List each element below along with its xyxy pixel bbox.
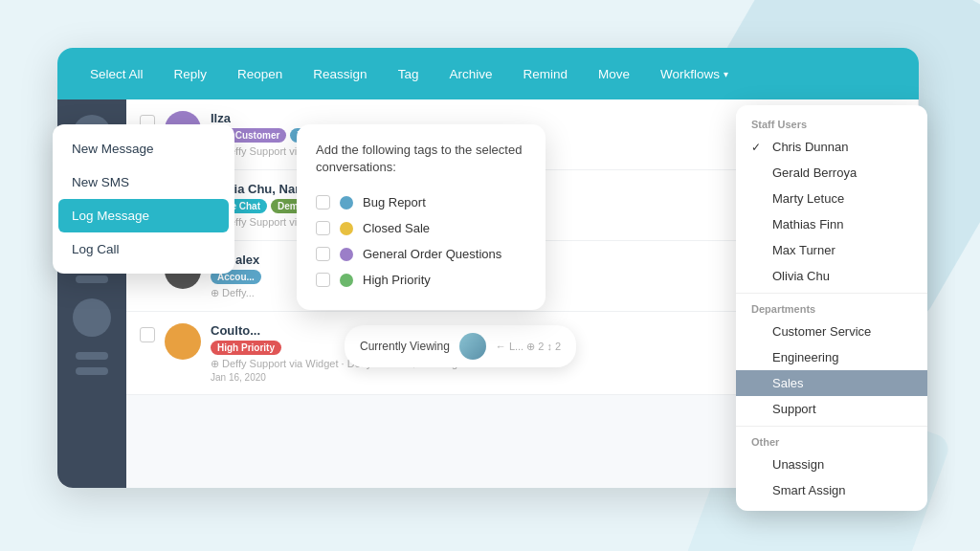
reassign-divider-2 [736,426,927,427]
engineering-label: Engineering [772,350,838,364]
currently-viewing-badge: Currently Viewing ← L... ⊕ 2 ↕ 2 [345,325,576,367]
tags-popover-title: Add the following tags to the selected c… [316,142,526,176]
toolbar-archive-button[interactable]: Archive [435,61,505,87]
conv-4-avatar [165,323,201,360]
new-message-popover: New Message New SMS Log Message Log Call [53,124,234,274]
workflows-dropdown-arrow: ▾ [724,69,728,79]
reassign-max-turner[interactable]: Max Turner [736,237,927,263]
reassign-gerald-berroya[interactable]: Gerald Berroya [736,160,927,186]
tag-closed-sale-label: Closed Sale [363,221,430,235]
reassign-marty-letuce[interactable]: Marty Letuce [736,186,927,211]
tag-high-priority-checkbox[interactable] [316,273,330,287]
reassign-engineering[interactable]: Engineering [736,344,927,370]
new-sms-option[interactable]: New SMS [53,165,234,199]
staff-users-label: Staff Users [736,113,927,134]
smart-assign-label: Smart Assign [772,483,846,497]
tag-bug-report-label: Bug Report [363,195,426,209]
toolbar-reopen-button[interactable]: Reopen [224,61,296,87]
toolbar-tag-button[interactable]: Tag [385,61,433,87]
workflows-label: Workflows [660,67,720,81]
sales-label: Sales [772,376,804,390]
sidebar-bar-6 [76,367,108,375]
unassign-label: Unassign [772,457,824,472]
tag-option-general-order[interactable]: General Order Questions [316,241,526,267]
checkmark-chris: ✓ [751,141,765,154]
max-turner-label: Max Turner [772,243,835,257]
reassign-sales[interactable]: Sales [736,370,927,396]
tag-option-high-priority[interactable]: High Priority [316,267,526,293]
reassign-divider-1 [736,293,927,294]
chris-dunnan-label: Chris Dunnan [772,140,849,154]
tags-popover: Add the following tags to the selected c… [297,124,546,310]
sidebar-avatar-3 [73,298,111,337]
toolbar-remind-button[interactable]: Remind [509,61,581,87]
currently-viewing-meta: ← L... ⊕ 2 ↕ 2 [496,341,561,353]
tag-general-order-dot [340,248,353,261]
toolbar-move-button[interactable]: Move [585,61,643,87]
reassign-customer-service[interactable]: Customer Service [736,319,927,344]
tag-general-order-checkbox[interactable] [316,247,330,261]
toolbar-select-all-button[interactable]: Select All [77,61,157,87]
reassign-mathias-finn[interactable]: Mathias Finn [736,211,927,237]
olivia-chu-label: Olivia Chu [772,269,830,283]
tag-general-order-label: General Order Questions [363,247,501,261]
tag-closed-sale-checkbox[interactable] [316,221,330,235]
reassign-support[interactable]: Support [736,396,927,422]
tag-closed-sale-dot [340,222,353,235]
reassign-olivia-chu[interactable]: Olivia Chu [736,263,927,289]
reassign-smart-assign[interactable]: Smart Assign [736,477,927,503]
tag-bug-report-dot [340,196,353,209]
log-call-option[interactable]: Log Call [53,232,234,266]
currently-viewing-label: Currently Viewing [360,340,450,353]
other-label: Other [736,430,927,452]
tag-option-bug-report[interactable]: Bug Report [316,189,526,215]
toolbar-workflows-button[interactable]: Workflows ▾ [647,61,742,87]
tag-high-priority-label: High Priority [363,273,431,287]
sidebar-bar-5 [76,352,108,360]
support-label: Support [772,402,816,416]
currently-viewing-avatar [459,333,486,360]
tag-option-closed-sale[interactable]: Closed Sale [316,215,526,241]
mathias-finn-label: Mathias Finn [772,217,843,231]
tag-high-priority: High Priority [211,341,281,355]
reassign-popover: Staff Users ✓ Chris Dunnan Gerald Berroy… [736,105,927,511]
new-message-option[interactable]: New Message [53,132,234,165]
sidebar-group-3 [57,352,126,375]
customer-service-label: Customer Service [772,324,871,339]
toolbar-reply-button[interactable]: Reply [161,61,221,87]
log-message-option[interactable]: Log Message [58,199,229,232]
tag-high-priority-dot [340,274,353,287]
toolbar: Select All Reply Reopen Reassign Tag Arc… [57,48,919,99]
marty-letuce-label: Marty Letuce [772,191,844,206]
gerald-berroya-label: Gerald Berroya [772,165,857,180]
conv-4-checkbox[interactable] [140,327,155,342]
reassign-unassign[interactable]: Unassign [736,452,927,477]
reassign-chris-dunnan[interactable]: ✓ Chris Dunnan [736,134,927,160]
departments-label: Departments [736,298,927,319]
tag-bug-report-checkbox[interactable] [316,195,330,209]
toolbar-reassign-button[interactable]: Reassign [300,61,380,87]
sidebar-bar-4 [76,276,108,283]
